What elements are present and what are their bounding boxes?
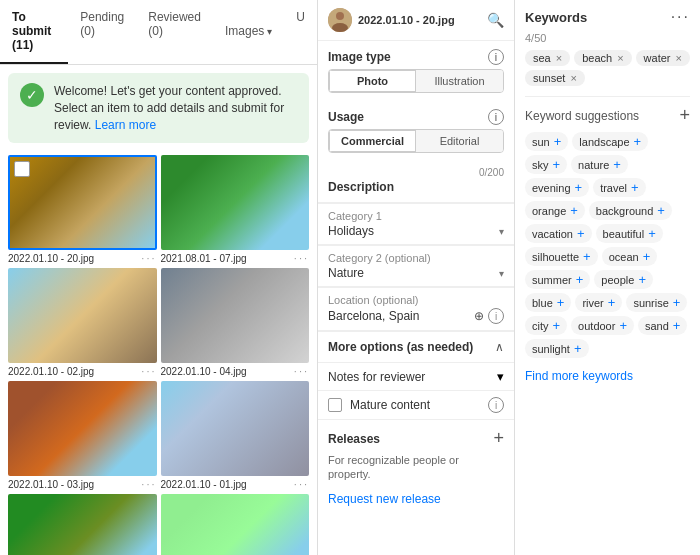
add-keyword-icon[interactable]: + <box>638 272 646 287</box>
remove-keyword-icon[interactable]: × <box>556 52 562 64</box>
location-info-icon[interactable]: i <box>488 308 504 324</box>
category1-label: Category 1 <box>328 210 504 222</box>
location-label: Location (optional) <box>328 294 504 306</box>
tab-pending[interactable]: Pending (0) <box>68 0 136 64</box>
request-release-link[interactable]: Request new release <box>318 488 514 516</box>
add-keyword-icon[interactable]: + <box>583 249 591 264</box>
image-menu-dots[interactable]: ··· <box>141 252 156 264</box>
add-keyword-icon[interactable]: + <box>553 318 561 333</box>
image-thumbnail[interactable] <box>8 381 157 476</box>
image-type-toggle: Photo Illustration <box>328 69 504 93</box>
add-keyword-icon[interactable]: + <box>673 295 681 310</box>
location-value[interactable]: Barcelona, Spain <box>328 309 419 323</box>
image-thumbnail[interactable] <box>161 494 310 555</box>
image-thumbnail[interactable] <box>161 268 310 363</box>
image-thumbnail[interactable] <box>8 268 157 363</box>
remove-keyword-icon[interactable]: × <box>570 72 576 84</box>
image-thumbnail[interactable] <box>8 494 157 555</box>
add-keyword-icon[interactable]: + <box>557 295 565 310</box>
info-icon[interactable]: i <box>488 49 504 65</box>
category2-value[interactable]: Nature <box>328 266 364 280</box>
image-thumbnail[interactable] <box>161 155 310 250</box>
mature-content-row: Mature content i <box>318 391 514 419</box>
image-menu-dots[interactable]: ··· <box>141 365 156 377</box>
add-keyword-icon[interactable]: + <box>575 180 583 195</box>
add-keyword-icon[interactable]: + <box>577 226 585 241</box>
image-type-label: Image type <box>328 50 391 64</box>
add-keyword-icon[interactable]: + <box>608 295 616 310</box>
image-menu-dots[interactable]: ··· <box>294 252 309 264</box>
check-icon: ✓ <box>20 83 44 107</box>
tab-u[interactable]: U <box>284 0 317 64</box>
suggestion-tag: silhouette+ <box>525 247 598 266</box>
image-thumbnail[interactable] <box>161 381 310 476</box>
suggestion-tag: background+ <box>589 201 672 220</box>
usage-info-icon[interactable]: i <box>488 109 504 125</box>
usage-toggle: Commercial Editorial <box>328 129 504 153</box>
more-options-toggle[interactable]: More options (as needed) ∧ <box>318 332 514 362</box>
illustration-button[interactable]: Illustration <box>416 70 503 92</box>
keyword-tag: beach× <box>574 50 631 66</box>
commercial-button[interactable]: Commercial <box>329 130 416 152</box>
add-keyword-icon[interactable]: + <box>553 157 561 172</box>
mature-checkbox[interactable] <box>328 398 342 412</box>
notes-row: Notes for reviewer ▾ <box>318 363 514 390</box>
add-keyword-icon[interactable]: + <box>576 272 584 287</box>
add-keyword-icon[interactable]: + <box>613 157 621 172</box>
tab-images[interactable]: Images ▾ <box>213 0 284 64</box>
tab-to-submit[interactable]: To submit (11) <box>0 0 68 64</box>
learn-more-link[interactable]: Learn more <box>95 118 156 132</box>
tab-reviewed[interactable]: Reviewed (0) <box>136 0 213 64</box>
image-filename: 2022.01.10 - 01.jpg <box>161 479 247 490</box>
add-keyword-icon[interactable]: + <box>631 180 639 195</box>
add-keyword-icon[interactable]: + <box>648 226 656 241</box>
image-menu-dots[interactable]: ··· <box>294 478 309 490</box>
image-menu-dots[interactable]: ··· <box>141 478 156 490</box>
image-menu-dots[interactable]: ··· <box>294 365 309 377</box>
tabs-bar: To submit (11) Pending (0) Reviewed (0) … <box>0 0 317 65</box>
mature-info-icon[interactable]: i <box>488 397 504 413</box>
keywords-panel: Keywords ··· 4/50 sea× beach× water× sun… <box>515 0 700 555</box>
editorial-button[interactable]: Editorial <box>416 130 503 152</box>
image-thumbnail[interactable] <box>8 155 157 250</box>
remove-keyword-icon[interactable]: × <box>676 52 682 64</box>
list-item: 2021.08.01 - 07.jpg ··· <box>161 155 310 264</box>
add-keyword-icon[interactable]: + <box>634 134 642 149</box>
image-checkbox[interactable] <box>14 161 30 177</box>
suggestion-tag: sunrise+ <box>626 293 687 312</box>
suggestion-tag: orange+ <box>525 201 585 220</box>
keywords-more-icon[interactable]: ··· <box>671 8 690 26</box>
category1-value[interactable]: Holidays <box>328 224 374 238</box>
detail-header: 2022.01.10 - 20.jpg 🔍 <box>318 0 514 41</box>
releases-add-icon[interactable]: + <box>493 428 504 449</box>
add-keyword-icon[interactable]: + <box>643 249 651 264</box>
add-keyword-icon[interactable]: + <box>574 341 582 356</box>
suggestion-tag: city+ <box>525 316 567 335</box>
detail-filename: 2022.01.10 - 20.jpg <box>358 14 455 26</box>
add-keyword-icon[interactable]: + <box>554 134 562 149</box>
suggestion-tag: river+ <box>575 293 622 312</box>
suggestion-tag: sunlight+ <box>525 339 589 358</box>
list-item: 2022.01.10 - 02.jpg ··· <box>8 268 157 377</box>
image-filename: 2022.01.10 - 20.jpg <box>8 253 94 264</box>
search-icon[interactable]: 🔍 <box>487 12 504 28</box>
image-grid: 2022.01.10 - 20.jpg ··· 2021.08.01 - 07.… <box>0 151 317 555</box>
category1-chevron-icon: ▾ <box>499 226 504 237</box>
add-keyword-icon[interactable]: + <box>657 203 665 218</box>
suggestion-tag: nature+ <box>571 155 628 174</box>
category2-label: Category 2 (optional) <box>328 252 504 264</box>
keyword-tag: sea× <box>525 50 570 66</box>
add-keyword-icon[interactable]: + <box>570 203 578 218</box>
find-more-keywords-link[interactable]: Find more keywords <box>525 369 633 383</box>
list-item: 2022.01.10 - 03.jpg ··· <box>8 381 157 490</box>
photo-button[interactable]: Photo <box>329 70 416 92</box>
suggestion-tag: ocean+ <box>602 247 658 266</box>
add-keyword-icon[interactable]: + <box>673 318 681 333</box>
add-keyword-icon[interactable]: + <box>619 318 627 333</box>
description-label: Description <box>328 180 394 194</box>
add-suggestions-icon[interactable]: + <box>679 105 690 126</box>
remove-keyword-icon[interactable]: × <box>617 52 623 64</box>
location-pin-icon: ⊕ <box>474 309 484 323</box>
suggestion-tags-list: sun+ landscape+ sky+ nature+ evening+ tr… <box>525 132 690 358</box>
suggestion-tag: evening+ <box>525 178 589 197</box>
